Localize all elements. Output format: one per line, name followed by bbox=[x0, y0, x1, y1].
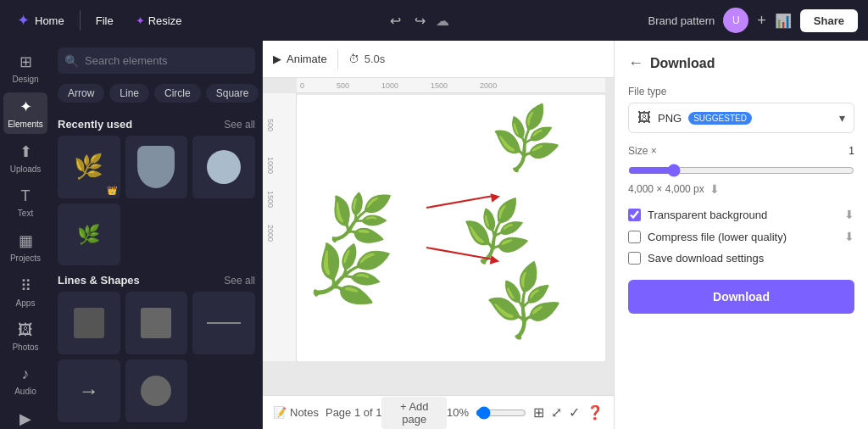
compress-file-item: Compress file (lower quality) ⬇ bbox=[628, 230, 854, 243]
apps-icon: ⠿ bbox=[20, 276, 31, 295]
size-label: Size × bbox=[628, 145, 657, 157]
main-layout: ⊞ Design ✦ Elements ⬆ Uploads T Text ▦ P… bbox=[0, 41, 868, 429]
list-item[interactable]: → bbox=[58, 359, 120, 422]
check-button[interactable]: ✓ bbox=[569, 404, 580, 421]
list-item[interactable] bbox=[125, 136, 188, 198]
crown-badge: 👑 bbox=[107, 186, 117, 195]
animate-label: Animate bbox=[287, 53, 327, 65]
canvas-frame[interactable]: 🌿 🌿 🌿 🌿 🌿 bbox=[297, 95, 605, 361]
lines-shapes-section: Lines & Shapes See all bbox=[58, 274, 255, 287]
sidebar-item-design[interactable]: ⊞ Design bbox=[3, 47, 47, 89]
file-menu-button[interactable]: File bbox=[89, 11, 120, 31]
grid-view-button[interactable]: ⊞ bbox=[533, 404, 544, 421]
lines-shapes-grid: → bbox=[58, 292, 255, 421]
search-icon: 🔍 bbox=[64, 54, 79, 68]
transparent-bg-checkbox[interactable] bbox=[628, 209, 641, 221]
canvas-viewport[interactable]: 0 500 1000 1500 2000 500 1000 1500 2000 … bbox=[263, 78, 614, 395]
topbar-left: ✦ Home File ✦ Resize bbox=[10, 8, 188, 33]
sidebar-item-video[interactable]: ▶ bbox=[3, 404, 47, 429]
list-item[interactable] bbox=[192, 136, 255, 198]
file-type-selector[interactable]: 🖼 PNG SUGGESTED ▾ bbox=[628, 103, 854, 133]
sidebar-item-text[interactable]: T Text bbox=[3, 182, 47, 223]
size-value: 1 bbox=[849, 145, 854, 157]
home-label: Home bbox=[35, 14, 64, 27]
avatar[interactable]: U bbox=[723, 8, 748, 33]
notes-button[interactable]: 📝 Notes bbox=[273, 406, 319, 419]
timer-label: 5.0s bbox=[364, 53, 386, 65]
add-page-button[interactable]: + Add page bbox=[381, 397, 447, 429]
animate-icon: ▶ bbox=[273, 53, 281, 65]
ruler-v-2000: 2000 bbox=[263, 225, 278, 242]
canvas-bottom-right: 10% ⊞ ⤢ ✓ ❓ bbox=[447, 404, 604, 421]
analytics-button[interactable]: 📊 bbox=[775, 13, 792, 29]
sidebar-item-apps[interactable]: ⠿ Apps bbox=[3, 271, 47, 313]
photos-icon: 🖼 bbox=[18, 321, 33, 339]
sidebar-item-photos[interactable]: 🖼 Photos bbox=[3, 316, 47, 357]
list-item[interactable] bbox=[125, 359, 188, 422]
back-button[interactable]: ← bbox=[628, 54, 643, 72]
sidebar-item-elements[interactable]: ✦ Elements bbox=[3, 92, 47, 134]
zoom-label: 10% bbox=[447, 406, 469, 419]
zoom-slider[interactable] bbox=[476, 406, 526, 420]
ruler-v-1500: 1500 bbox=[263, 191, 278, 208]
page-label: Page 1 of 1 bbox=[326, 406, 382, 419]
ruler-text-500: 500 bbox=[333, 81, 353, 90]
lock-icon: ⬇ bbox=[844, 208, 854, 221]
add-collaborator-button[interactable]: + bbox=[757, 12, 766, 30]
ruler-text-2000: 2000 bbox=[476, 81, 500, 90]
size-slider[interactable] bbox=[628, 164, 854, 177]
list-item[interactable] bbox=[192, 292, 255, 354]
undo-button[interactable]: ↩ bbox=[387, 9, 404, 32]
list-item[interactable] bbox=[125, 292, 188, 354]
download-button[interactable]: Download bbox=[628, 280, 854, 314]
panel-header: ← Download bbox=[628, 54, 854, 72]
help-button[interactable]: ❓ bbox=[587, 404, 604, 421]
topbar-center: ↩ ↪ ☁ bbox=[198, 9, 637, 32]
sidebar-item-audio[interactable]: ♪ Audio bbox=[3, 360, 47, 401]
filter-line[interactable]: Line bbox=[109, 84, 149, 103]
audio-icon: ♪ bbox=[22, 365, 30, 383]
suggested-badge: SUGGESTED bbox=[688, 112, 752, 125]
recently-used-grid: 🌿 👑 🌿 bbox=[58, 136, 255, 265]
sidebar-label-elements: Elements bbox=[8, 120, 43, 129]
filter-arrow[interactable]: Arrow bbox=[58, 84, 104, 103]
resize-button[interactable]: ✦ Resize bbox=[129, 11, 189, 31]
sidebar-label-projects: Projects bbox=[10, 254, 41, 263]
recently-used-see-all[interactable]: See all bbox=[224, 119, 255, 131]
home-button[interactable]: ✦ Home bbox=[10, 8, 71, 33]
list-item[interactable]: 🌿 👑 bbox=[58, 136, 120, 198]
animate-button[interactable]: ▶ Animate bbox=[273, 53, 327, 65]
filter-circle[interactable]: Circle bbox=[154, 84, 201, 103]
save-settings-item: Save download settings bbox=[628, 252, 854, 265]
lines-shapes-see-all[interactable]: See all bbox=[224, 275, 255, 287]
search-input[interactable] bbox=[58, 47, 255, 74]
resize-icon: ✦ bbox=[136, 14, 145, 27]
share-button[interactable]: Share bbox=[800, 9, 858, 32]
list-item[interactable]: 🌿 bbox=[58, 203, 120, 266]
toolbar-divider bbox=[337, 49, 338, 70]
elements-panel: 🔍 Arrow Line Circle Square Heart › Recen… bbox=[51, 41, 263, 429]
recently-used-section: Recently used See all bbox=[58, 118, 255, 131]
sidebar-label-apps: Apps bbox=[16, 298, 36, 308]
compress-file-checkbox[interactable] bbox=[628, 231, 641, 243]
sidebar-item-uploads[interactable]: ⬆ Uploads bbox=[3, 137, 47, 179]
filter-square[interactable]: Square bbox=[206, 84, 259, 103]
recently-used-title: Recently used bbox=[58, 118, 132, 131]
save-settings-checkbox[interactable] bbox=[628, 252, 641, 265]
save-settings-label: Save download settings bbox=[648, 252, 854, 265]
redo-button[interactable]: ↪ bbox=[411, 9, 429, 32]
dimensions-text: 4,000 × 4,000 px bbox=[628, 183, 704, 195]
cloud-save-icon: ☁ bbox=[436, 13, 449, 29]
timer-button[interactable]: ⏱ 5.0s bbox=[348, 53, 386, 65]
ruler-vertical: 500 1000 1500 2000 bbox=[263, 93, 297, 361]
projects-icon: ▦ bbox=[19, 231, 33, 250]
sidebar-item-projects[interactable]: ▦ Projects bbox=[3, 226, 47, 268]
sidebar-label-uploads: Uploads bbox=[10, 164, 42, 174]
fullscreen-button[interactable]: ⤢ bbox=[551, 404, 562, 421]
lines-shapes-title: Lines & Shapes bbox=[58, 274, 140, 287]
video-icon: ▶ bbox=[19, 410, 31, 428]
size-group: Size × 1 4,000 × 4,000 px ⬇ bbox=[628, 145, 854, 196]
ruler-text-1000: 1000 bbox=[378, 81, 402, 90]
list-item[interactable] bbox=[58, 292, 120, 354]
notes-icon: 📝 bbox=[273, 406, 287, 419]
